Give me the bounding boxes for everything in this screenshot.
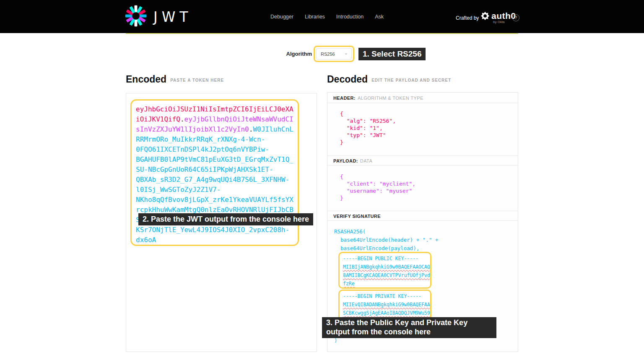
by-okta-label: by Okta: [493, 20, 505, 24]
algorithm-select[interactable]: RS256 ⌄: [316, 48, 352, 59]
annotation-step3: 3. Paste the Public Key and Private Key …: [322, 317, 496, 338]
nav-debugger[interactable]: Debugger: [270, 14, 293, 20]
header-sublabel-text: ALGORITHM & TOKEN TYPE: [358, 96, 423, 101]
payload-label-text: PAYLOAD:: [333, 158, 358, 163]
decoded-panel: HEADER:ALGORITHM & TOKEN TYPE { "alg": "…: [327, 92, 518, 352]
algorithm-select-highlight: RS256 ⌄: [314, 46, 354, 62]
verify-signature-label: VERIFY SIGNATURE: [327, 211, 518, 221]
header-label-text: HEADER:: [333, 96, 356, 101]
top-navigation-bar: JWT Debugger Libraries Introduction Ask …: [0, 0, 644, 33]
payload-section-label: PAYLOAD:DATA: [327, 155, 518, 165]
payload-json-editor[interactable]: { "client": "myclient", "username": "myu…: [340, 173, 415, 202]
auth0-wordmark: auth0: [491, 11, 516, 21]
encoded-subtitle: PASTE A TOKEN HERE: [170, 78, 224, 83]
signature-closing-paren: ): [334, 337, 338, 344]
decoded-title-text: Decoded: [327, 74, 368, 85]
crafted-by-label: Crafted by: [456, 15, 479, 21]
help-icon[interactable]: ?: [512, 14, 519, 21]
annotation-step2: 2. Paste the JWT output from the console…: [138, 213, 313, 225]
public-key-input[interactable]: -----BEGIN PUBLIC KEY-----MIIBIjANBgkqhk…: [338, 252, 431, 289]
nav-ask[interactable]: Ask: [375, 14, 384, 20]
header-section-label: HEADER:ALGORITHM & TOKEN TYPE: [327, 93, 518, 103]
jwt-logo[interactable]: JWT: [125, 5, 192, 28]
header-highlight-line: [126, 33, 518, 34]
payload-sublabel-text: DATA: [360, 158, 372, 163]
jwt-io-page: JWT Debugger Libraries Introduction Ask …: [0, 0, 644, 362]
verify-label-text: VERIFY SIGNATURE: [333, 214, 381, 219]
header-json-editor[interactable]: { "alg": "RS256", "kid": "1", "typ": "JW…: [340, 110, 396, 146]
decoded-subtitle: EDIT THE PAYLOAD AND SECRET: [371, 78, 451, 83]
algorithm-label: Algorithm: [273, 51, 312, 57]
algorithm-selected-value: RS256: [321, 52, 335, 57]
auth0-shield-icon: [480, 11, 490, 23]
chevron-down-icon: ⌄: [344, 50, 348, 56]
annotation-step1: 1. Select RS256: [358, 48, 426, 60]
encoded-title: EncodedPASTE A TOKEN HERE: [126, 74, 224, 85]
signature-formula: RSASHA256( base64UrlEncode(header) + "."…: [334, 228, 438, 253]
decoded-title: DecodedEDIT THE PAYLOAD AND SECRET: [327, 74, 451, 85]
nav-libraries[interactable]: Libraries: [305, 14, 325, 20]
encoded-title-text: Encoded: [126, 74, 166, 85]
main-nav: Debugger Libraries Introduction Ask: [270, 0, 384, 33]
jwt-starburst-icon: [125, 5, 147, 28]
nav-introduction[interactable]: Introduction: [336, 14, 364, 20]
jwt-wordmark: JWT: [153, 9, 192, 25]
